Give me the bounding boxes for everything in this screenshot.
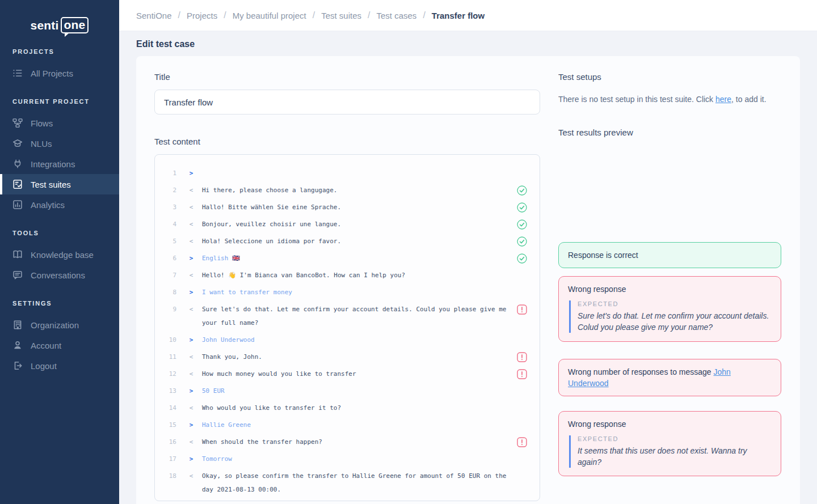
bot-message-text: Hi there, please choose a langugage. <box>202 184 511 197</box>
expected-response-text: Sure let's do that. Let me confirm your … <box>578 310 772 321</box>
bot-message-text: Hello! 👋 I'm Bianca van BancoBot. How ca… <box>202 269 511 282</box>
sidebar-item-logout[interactable]: Logout <box>0 355 119 376</box>
breadcrumb-link[interactable]: My beautiful project <box>233 11 306 20</box>
editor-line[interactable]: 5<Hola! Seleccione un idioma por favor. <box>155 233 540 250</box>
analytics-icon <box>12 200 23 210</box>
bot-message-arrow-icon: < <box>186 303 197 316</box>
sidebar-item-analytics[interactable]: Analytics <box>0 194 119 215</box>
sidebar-item-account[interactable]: Account <box>0 335 119 355</box>
logout-icon <box>12 361 23 371</box>
sidebar-item-conversations[interactable]: Conversations <box>0 265 119 285</box>
user-message-text: 50 EUR <box>202 384 511 398</box>
status-placeholder <box>517 386 527 396</box>
result-message-link[interactable]: John Underwood <box>568 367 731 388</box>
sidebar-item-label: Flows <box>31 118 53 128</box>
editor-line[interactable]: 9<Sure let's do that. Let me confirm you… <box>155 301 540 332</box>
line-number: 2 <box>155 184 176 197</box>
editor-line[interactable]: 11<Thank you, John. <box>155 349 540 366</box>
line-number: 8 <box>155 286 176 299</box>
editor-line[interactable]: 16<When should the transfer happen? <box>155 434 540 451</box>
result-title: Response is correct <box>568 249 772 261</box>
title-input[interactable] <box>154 90 540 115</box>
user-message-arrow-icon: > <box>186 452 197 466</box>
user-message-text: John Underwood <box>202 333 511 347</box>
status-failed-icon <box>517 352 527 362</box>
bot-message-arrow-icon: < <box>186 469 197 483</box>
breadcrumb-link[interactable]: Test cases <box>377 11 417 20</box>
editor-line[interactable]: 2<Hi there, please choose a langugage. <box>155 182 540 199</box>
bot-message-arrow-icon: < <box>186 401 197 415</box>
line-number: 18 <box>155 469 176 483</box>
breadcrumb-link[interactable]: Projects <box>187 11 217 20</box>
user-message-text: Hallie Greene <box>202 418 511 432</box>
editor-line[interactable]: 15>Hallie Greene <box>155 417 540 434</box>
sidebar-item-organization[interactable]: Organization <box>0 315 119 335</box>
user-message-text: I want to transfer money <box>202 286 511 299</box>
breadcrumb-link[interactable]: Test suites <box>321 11 361 20</box>
sidebar-item-integrations[interactable]: Integrations <box>0 154 119 174</box>
editor-line[interactable]: 1> <box>155 165 540 182</box>
test-suites-icon <box>12 179 23 189</box>
editor-line[interactable]: 6>English 🇬🇧 <box>155 250 540 267</box>
editor-line[interactable]: 8>I want to transfer money <box>155 284 540 301</box>
bot-message-arrow-icon: < <box>186 269 197 282</box>
bot-message-arrow-icon: < <box>186 435 197 449</box>
topbar: SentiOne/Projects/My beautiful project/T… <box>119 0 817 31</box>
book-icon <box>12 249 23 260</box>
test-results-panel: Test setups There is no test setup in th… <box>558 72 782 504</box>
breadcrumb-separator: / <box>224 10 226 20</box>
line-number: 13 <box>155 384 176 398</box>
status-placeholder <box>517 287 527 298</box>
breadcrumb-link[interactable]: SentiOne <box>136 11 172 20</box>
editor-line[interactable]: 12<How much money would you like to tran… <box>155 366 540 383</box>
status-placeholder <box>517 471 527 481</box>
status-placeholder <box>517 270 527 281</box>
sidebar-item-nlus[interactable]: NLUs <box>0 133 119 154</box>
bot-message-text: Thank you, John. <box>202 350 511 364</box>
test-content-label: Test content <box>154 137 540 146</box>
user-message-arrow-icon: > <box>186 167 197 180</box>
sidebar-item-flows[interactable]: Flows <box>0 113 119 133</box>
sidebar-item-label: Knowledge base <box>31 250 94 260</box>
edit-test-case-card: Title Test content 1>2<Hi there, please … <box>136 56 800 504</box>
editor-line[interactable]: 13>50 EUR <box>155 383 540 400</box>
chat-icon <box>12 270 23 280</box>
user-icon <box>12 340 23 350</box>
editor-line[interactable]: 3<Hallo! Bitte wählen Sie eine Sprache. <box>155 199 540 216</box>
sidebar-item-label: All Projects <box>31 69 73 78</box>
sidebar-item-all-projects[interactable]: All Projects <box>0 63 119 83</box>
sidebar-section-label: SETTINGS <box>12 300 107 307</box>
editor-line[interactable]: 17>Tomorrow <box>155 451 540 468</box>
line-number: 14 <box>155 401 176 415</box>
editor-line[interactable]: 18<Okay, so please confirm the transfer … <box>155 468 540 498</box>
status-passed-icon <box>517 185 527 196</box>
editor-line[interactable]: 10>John Underwood <box>155 332 540 349</box>
breadcrumb-separator: / <box>178 10 180 20</box>
sidebar-item-knowledge-base[interactable]: Knowledge base <box>0 244 119 265</box>
status-placeholder <box>517 335 527 345</box>
breadcrumb-separator: / <box>313 10 315 20</box>
sidebar-item-label: Account <box>31 341 61 350</box>
expected-label: EXPECTED <box>578 300 772 307</box>
page-title: Edit test case <box>136 39 800 49</box>
editor-line[interactable]: 4<Bonjour, veuillez choisir une langue. <box>155 216 540 233</box>
add-test-setup-link[interactable]: here <box>715 95 731 104</box>
line-number: 11 <box>155 350 176 364</box>
result-title: Wrong response <box>568 418 772 430</box>
sentione-logo[interactable]: senti one <box>31 17 89 33</box>
status-placeholder <box>517 420 527 430</box>
bot-message-arrow-icon: < <box>186 350 197 364</box>
user-message-arrow-icon: > <box>186 384 197 398</box>
line-number: 17 <box>155 452 176 466</box>
setup-text-before: There is no test setup in this test suit… <box>558 95 715 104</box>
result-box-error: Wrong number of responses to message Joh… <box>558 359 781 396</box>
editor-line[interactable]: 7<Hello! 👋 I'm Bianca van BancoBot. How … <box>155 267 540 284</box>
flows-icon <box>12 118 23 128</box>
status-placeholder <box>517 168 527 179</box>
status-placeholder <box>517 403 527 413</box>
sidebar-item-test-suites[interactable]: Test suites <box>0 174 119 194</box>
test-content-editor[interactable]: 1>2<Hi there, please choose a langugage.… <box>154 154 540 501</box>
test-results-heading: Test results preview <box>558 128 782 137</box>
editor-line[interactable]: 14<Who would you like to transfer it to? <box>155 400 540 417</box>
bot-message-text: Bonjour, veuillez choisir une langue. <box>202 218 511 231</box>
